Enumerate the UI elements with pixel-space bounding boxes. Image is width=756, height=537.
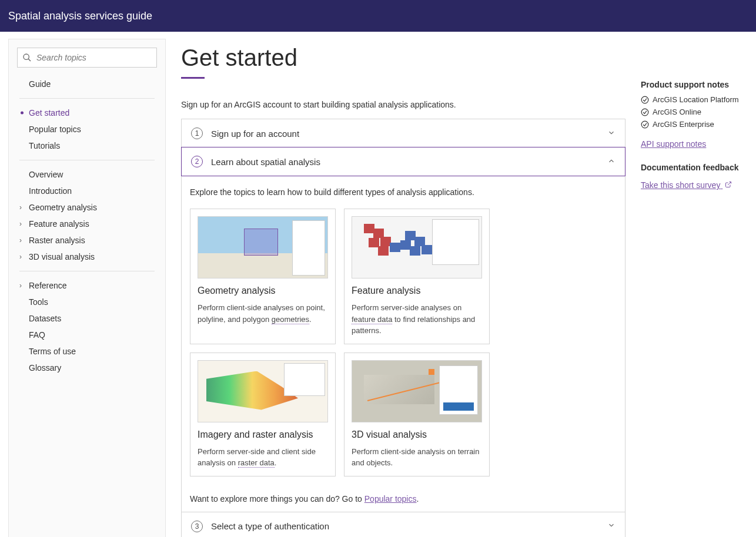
external-link-icon bbox=[725, 181, 732, 188]
feedback-heading: Documentation feedback bbox=[641, 163, 741, 172]
card-title: Imagery and raster analysis bbox=[198, 429, 328, 440]
chevron-up-icon bbox=[607, 157, 615, 167]
step-2-body: Explore the topics to learn how to build… bbox=[182, 176, 625, 512]
step-2-description: Explore the topics to learn how to build… bbox=[190, 187, 617, 197]
chevron-down-icon bbox=[607, 129, 615, 139]
step-2-title: Learn about spatial analysis bbox=[211, 157, 607, 167]
page-intro: Sign up for an ArcGIS account to start b… bbox=[181, 100, 625, 109]
search-container[interactable] bbox=[17, 48, 157, 68]
nav-popular-topics[interactable]: Popular topics bbox=[17, 121, 157, 137]
card-geometry-analysis[interactable]: Geometry analysis Perform client-side an… bbox=[190, 209, 336, 344]
support-location-platform: ArcGIS Location Platform bbox=[641, 95, 741, 104]
chevron-right-icon: › bbox=[19, 236, 22, 244]
nav-separator bbox=[19, 271, 155, 271]
chevron-down-icon bbox=[607, 521, 615, 531]
card-description: Perform server-side and client side anal… bbox=[198, 446, 328, 469]
glossary-geometries[interactable]: geometries bbox=[272, 315, 309, 324]
check-circle-icon bbox=[641, 120, 649, 129]
feature-thumbnail bbox=[352, 216, 482, 278]
nav-guide[interactable]: Guide bbox=[17, 76, 157, 92]
nav-faq[interactable]: FAQ bbox=[17, 327, 157, 343]
nav-tutorials[interactable]: Tutorials bbox=[17, 137, 157, 154]
step-2-number: 2 bbox=[191, 156, 203, 167]
3d-thumbnail bbox=[352, 360, 482, 422]
card-raster-analysis[interactable]: Imagery and raster analysis Perform serv… bbox=[190, 353, 336, 476]
main-content: Get started Sign up for an ArcGIS accoun… bbox=[181, 45, 625, 537]
chevron-right-icon: › bbox=[19, 253, 22, 261]
nav-separator bbox=[19, 160, 155, 160]
nav-terms[interactable]: Terms of use bbox=[17, 343, 157, 360]
nav-introduction[interactable]: Introduction bbox=[17, 183, 157, 199]
search-icon bbox=[22, 53, 32, 62]
popular-topics-link[interactable]: Popular topics bbox=[364, 494, 417, 504]
step-1-number: 1 bbox=[191, 127, 203, 139]
right-sidebar: Product support notes ArcGIS Location Pl… bbox=[641, 45, 741, 537]
chevron-right-icon: › bbox=[19, 281, 22, 290]
title-underline bbox=[181, 77, 205, 79]
step-3-title: Select a type of authentication bbox=[211, 521, 607, 531]
support-arcgis-enterprise: ArcGIS Enterprise bbox=[641, 120, 741, 129]
stepper: 1 Sign up for an account 2 Learn about s… bbox=[181, 119, 625, 537]
nav-3d-visual-analysis[interactable]: ›3D visual analysis bbox=[17, 249, 157, 265]
svg-line-1 bbox=[28, 59, 31, 61]
step-3-header[interactable]: 3 Select a type of authentication bbox=[182, 512, 625, 538]
geometry-thumbnail bbox=[198, 216, 328, 278]
check-circle-icon bbox=[641, 96, 649, 104]
card-description: Perform server-side analyses on feature … bbox=[352, 302, 482, 337]
svg-point-2 bbox=[641, 96, 648, 103]
chevron-right-icon: › bbox=[19, 220, 22, 228]
search-input[interactable] bbox=[36, 53, 152, 62]
step-2-header[interactable]: 2 Learn about spatial analysis bbox=[181, 147, 625, 176]
card-title: 3D visual analysis bbox=[352, 429, 482, 440]
nav-feature-analysis[interactable]: ›Feature analysis bbox=[17, 216, 157, 232]
card-title: Feature analysis bbox=[352, 286, 482, 296]
nav-glossary[interactable]: Glossary bbox=[17, 360, 157, 376]
nav-separator bbox=[19, 98, 155, 99]
step-1-title: Sign up for an account bbox=[211, 129, 607, 139]
app-header: Spatial analysis services guide bbox=[0, 0, 756, 32]
nav-geometry-analysis[interactable]: ›Geometry analysis bbox=[17, 199, 157, 216]
support-arcgis-online: ArcGIS Online bbox=[641, 108, 741, 116]
api-support-notes-link[interactable]: API support notes bbox=[641, 139, 706, 149]
svg-line-5 bbox=[728, 182, 731, 186]
nav-raster-analysis[interactable]: ›Raster analysis bbox=[17, 232, 157, 249]
step-3-number: 3 bbox=[191, 521, 203, 532]
svg-point-3 bbox=[641, 109, 648, 116]
nav-datasets[interactable]: Datasets bbox=[17, 310, 157, 327]
chevron-right-icon: › bbox=[19, 203, 22, 212]
support-notes-heading: Product support notes bbox=[641, 80, 741, 89]
nav-tools[interactable]: Tools bbox=[17, 294, 157, 310]
nav-reference[interactable]: ›Reference bbox=[17, 277, 157, 294]
check-circle-icon bbox=[641, 108, 649, 116]
sidebar-nav: Guide Get started Popular topics Tutoria… bbox=[8, 39, 166, 537]
survey-link[interactable]: Take this short survey bbox=[641, 180, 732, 190]
nav-overview[interactable]: Overview bbox=[17, 166, 157, 183]
more-prompt: Want to explore more things you can do? … bbox=[190, 494, 617, 504]
card-description: Perform client-side analysis on terrain … bbox=[352, 446, 482, 469]
page-title: Get started bbox=[181, 45, 625, 71]
raster-thumbnail bbox=[198, 360, 328, 422]
step-1-header[interactable]: 1 Sign up for an account bbox=[182, 119, 625, 147]
card-feature-analysis[interactable]: Feature analysis Perform server-side ana… bbox=[344, 209, 490, 344]
glossary-raster-data[interactable]: raster data bbox=[238, 458, 275, 468]
svg-point-0 bbox=[24, 54, 29, 59]
card-description: Perform client-side analyses on point, p… bbox=[198, 302, 328, 325]
svg-point-4 bbox=[641, 121, 648, 128]
nav-get-started[interactable]: Get started bbox=[17, 105, 157, 121]
card-title: Geometry analysis bbox=[198, 286, 328, 296]
header-title: Spatial analysis services guide bbox=[8, 10, 152, 22]
glossary-feature-data[interactable]: feature data bbox=[352, 315, 392, 324]
card-3d-visual-analysis[interactable]: 3D visual analysis Perform client-side a… bbox=[344, 353, 490, 476]
